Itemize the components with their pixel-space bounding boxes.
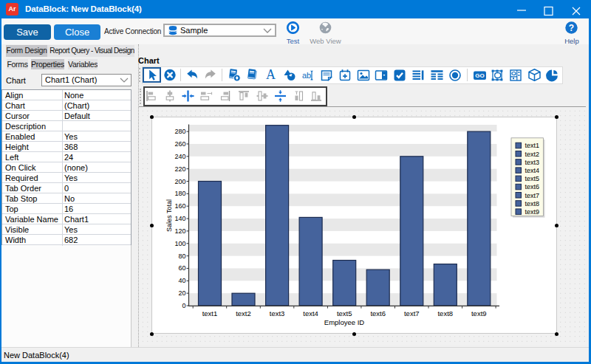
svg-text:Sales Total: Sales Total [165, 199, 173, 232]
svg-text:text9: text9 [525, 208, 540, 216]
svg-text:180: 180 [174, 190, 185, 197]
svg-text:120: 120 [174, 227, 185, 235]
svg-text:text3: text3 [270, 309, 285, 317]
svg-text:240: 240 [174, 153, 185, 160]
svg-text:Employee ID: Employee ID [324, 318, 365, 326]
svg-text:140: 140 [174, 215, 185, 222]
svg-text:160: 160 [174, 202, 185, 210]
svg-text:text4: text4 [525, 167, 540, 174]
svg-text:text7: text7 [404, 309, 420, 317]
svg-text:text5: text5 [337, 309, 352, 317]
svg-text:text4: text4 [303, 309, 318, 317]
svg-text:text6: text6 [370, 309, 386, 317]
svg-text:60: 60 [178, 264, 185, 272]
svg-text:220: 220 [174, 165, 185, 173]
svg-text:ab: ab [302, 71, 311, 80]
svg-text:text1: text1 [202, 309, 218, 317]
svg-text:text3: text3 [525, 159, 540, 166]
svg-text:text7: text7 [525, 192, 540, 199]
svg-text:text5: text5 [525, 175, 540, 182]
svg-text:0: 0 [182, 302, 185, 309]
svg-text:260: 260 [174, 140, 185, 148]
svg-text:280: 280 [174, 128, 185, 135]
svg-text:text2: text2 [525, 151, 540, 158]
svg-text:200: 200 [174, 178, 185, 185]
svg-text:GO: GO [475, 72, 484, 79]
svg-text:text1: text1 [525, 142, 540, 149]
svg-text:text2: text2 [236, 309, 251, 317]
svg-text:text9: text9 [471, 309, 487, 317]
svg-text:text8: text8 [437, 309, 453, 317]
svg-text:80: 80 [178, 253, 185, 260]
svg-text:text8: text8 [525, 200, 540, 207]
svg-text:20: 20 [178, 289, 185, 297]
svg-text:100: 100 [174, 240, 185, 247]
svg-text:?: ? [569, 23, 574, 33]
svg-text:40: 40 [178, 277, 185, 284]
svg-text:text6: text6 [525, 183, 540, 190]
